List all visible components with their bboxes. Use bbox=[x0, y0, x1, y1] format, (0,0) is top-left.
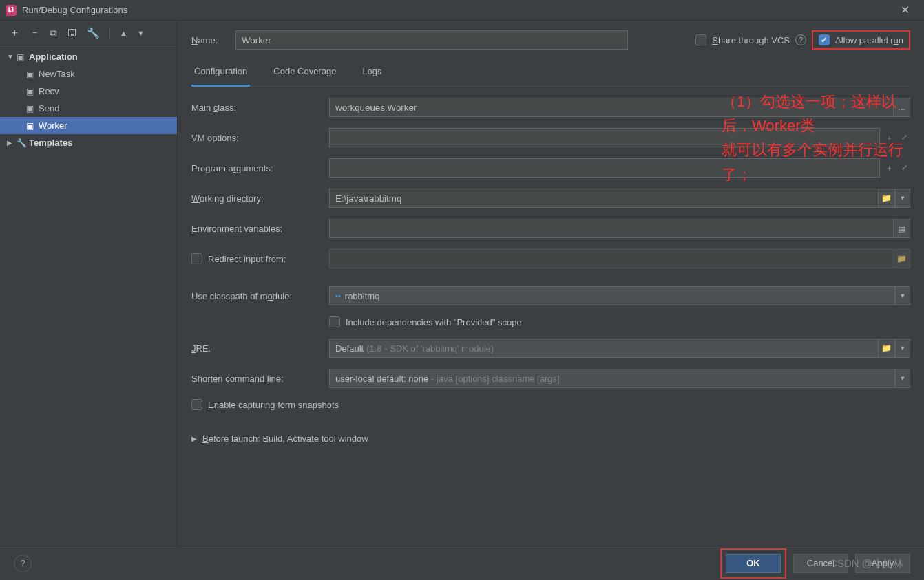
title-bar: IJ Run/Debug Configurations ✕ bbox=[0, 0, 924, 21]
remove-icon[interactable]: － bbox=[30, 26, 40, 39]
tree-node-templates[interactable]: ▶ 🔧 Templates bbox=[0, 134, 177, 151]
config-tree: ▼ ▣ Application ▣ NewTask ▣ Recv ▣ Send … bbox=[0, 45, 177, 151]
fullscreen-icon[interactable]: ⤢ bbox=[898, 133, 910, 143]
allow-parallel-label: Allow parallel run bbox=[835, 35, 903, 45]
copy-icon[interactable]: ⧉ bbox=[50, 27, 57, 39]
shorten-select[interactable]: user-local default: none - java [options… bbox=[329, 369, 895, 388]
browse-file-button[interactable]: 📁 bbox=[894, 249, 910, 268]
vm-options-input[interactable] bbox=[329, 128, 880, 147]
app-icon: IJ bbox=[6, 5, 17, 16]
node-label: Application bbox=[29, 52, 78, 62]
node-label: Send bbox=[39, 103, 59, 114]
main-class-label: Main class: bbox=[191, 103, 329, 113]
enable-snapshots-label: Enable capturing form snapshots bbox=[208, 400, 339, 410]
close-button[interactable]: ✕ bbox=[891, 3, 918, 17]
tree-node-newtask[interactable]: ▣ NewTask bbox=[0, 65, 177, 83]
module-icon: ▪▪ bbox=[335, 292, 341, 300]
program-args-input[interactable] bbox=[329, 158, 880, 178]
expand-icon[interactable]: ＋ bbox=[883, 163, 895, 173]
run-config-icon: ▣ bbox=[26, 69, 39, 79]
watermark: CSDN @小枯林 bbox=[830, 557, 903, 570]
expand-icon[interactable]: ▶ bbox=[7, 139, 17, 147]
expand-icon[interactable]: ▶ bbox=[191, 435, 197, 442]
before-launch-section[interactable]: ▶ Before launch: Build, Activate tool wi… bbox=[191, 433, 910, 444]
add-icon[interactable]: ＋ bbox=[10, 26, 20, 39]
up-icon[interactable]: ▲ bbox=[120, 29, 127, 37]
classpath-select[interactable]: ▪▪ rabbitmq bbox=[329, 286, 895, 305]
redirect-input-checkbox[interactable] bbox=[191, 253, 202, 264]
separator bbox=[109, 27, 110, 39]
env-vars-label: Environment variables: bbox=[191, 224, 329, 234]
dropdown-icon[interactable]: ▼ bbox=[895, 369, 910, 388]
share-vcs-label: Share through VCS bbox=[712, 35, 790, 45]
tabs: Configuration Code Coverage Logs bbox=[191, 59, 910, 87]
tree-node-send[interactable]: ▣ Send bbox=[0, 100, 177, 117]
collapse-icon[interactable]: ▼ bbox=[7, 53, 17, 61]
application-icon: ▣ bbox=[17, 52, 29, 62]
annotation-highlight-box-2: OK bbox=[720, 548, 786, 579]
include-provided-checkbox[interactable] bbox=[329, 316, 340, 327]
node-label: Worker bbox=[39, 120, 67, 131]
dropdown-icon[interactable]: ▼ bbox=[895, 189, 910, 208]
run-config-icon: ▣ bbox=[26, 121, 39, 131]
classpath-label: Use classpath of module: bbox=[191, 291, 329, 301]
redirect-input-label: Redirect input from: bbox=[191, 253, 329, 264]
allow-parallel-checkbox[interactable]: ✓ bbox=[819, 34, 830, 45]
config-panel: Name: Share through VCS ? ✓ Allow parall… bbox=[178, 21, 924, 546]
tree-node-application[interactable]: ▼ ▣ Application bbox=[0, 48, 177, 65]
run-config-icon: ▣ bbox=[26, 87, 39, 96]
tab-logs[interactable]: Logs bbox=[359, 59, 384, 86]
name-input[interactable] bbox=[235, 30, 628, 50]
help-button[interactable]: ? bbox=[14, 555, 32, 572]
expand-icon[interactable]: ＋ bbox=[883, 133, 895, 143]
node-label: Templates bbox=[29, 138, 72, 148]
ok-button[interactable]: OK bbox=[726, 554, 781, 573]
config-form: Main class: … VM options: ＋ ⤢ Program ar bbox=[191, 98, 910, 410]
include-provided-label: Include dependencies with "Provided" sco… bbox=[346, 317, 522, 327]
vm-options-label: VM options: bbox=[191, 133, 329, 143]
jre-select[interactable]: Default (1.8 - SDK of 'rabbitmq' module) bbox=[329, 339, 879, 358]
browse-class-button[interactable]: … bbox=[894, 98, 910, 117]
tree-node-recv[interactable]: ▣ Recv bbox=[0, 83, 177, 100]
annotation-highlight-box: ✓ Allow parallel run bbox=[812, 30, 910, 50]
program-args-label: Program arguments: bbox=[191, 163, 329, 173]
redirect-input-field[interactable] bbox=[329, 249, 894, 268]
run-config-icon: ▣ bbox=[26, 104, 39, 114]
before-launch-label: Before launch: Build, Activate tool wind… bbox=[202, 433, 368, 444]
tree-node-worker[interactable]: ▣ Worker bbox=[0, 117, 177, 134]
node-label: Recv bbox=[39, 86, 59, 96]
jre-label: JRE: bbox=[191, 343, 329, 354]
working-dir-label: Working directory: bbox=[191, 193, 329, 204]
main-class-input[interactable] bbox=[329, 98, 894, 117]
enable-snapshots-checkbox[interactable] bbox=[191, 399, 202, 410]
working-dir-input[interactable] bbox=[329, 189, 879, 208]
tab-code-coverage[interactable]: Code Coverage bbox=[271, 59, 339, 86]
edit-env-button[interactable]: ▤ bbox=[894, 219, 910, 238]
node-label: NewTask bbox=[39, 69, 75, 79]
share-vcs-checkbox[interactable] bbox=[695, 34, 706, 45]
dialog-footer: ? OK Cancel Apply bbox=[0, 546, 924, 580]
env-vars-input[interactable] bbox=[329, 219, 894, 238]
name-label: Name: bbox=[191, 35, 227, 45]
shorten-label: Shorten command line: bbox=[191, 374, 329, 384]
save-icon[interactable]: 🖫 bbox=[67, 27, 77, 39]
help-icon[interactable]: ? bbox=[795, 34, 806, 45]
sidebar: ＋ － ⧉ 🖫 🔧 ▲ ▼ ▼ ▣ Application ▣ NewTask … bbox=[0, 21, 178, 546]
wrench-icon[interactable]: 🔧 bbox=[87, 27, 100, 39]
fullscreen-icon[interactable]: ⤢ bbox=[898, 163, 910, 173]
wrench-icon: 🔧 bbox=[17, 138, 29, 148]
browse-jre-button[interactable]: 📁 bbox=[879, 339, 895, 358]
sidebar-toolbar: ＋ － ⧉ 🖫 🔧 ▲ ▼ bbox=[0, 21, 177, 45]
window-title: Run/Debug Configurations bbox=[22, 5, 891, 15]
browse-folder-button[interactable]: 📁 bbox=[879, 189, 895, 208]
name-row: Name: Share through VCS ? ✓ Allow parall… bbox=[191, 30, 910, 50]
dropdown-icon[interactable]: ▼ bbox=[895, 286, 910, 305]
down-icon[interactable]: ▼ bbox=[137, 29, 145, 37]
tab-configuration[interactable]: Configuration bbox=[191, 59, 250, 87]
dropdown-icon[interactable]: ▼ bbox=[895, 339, 910, 358]
